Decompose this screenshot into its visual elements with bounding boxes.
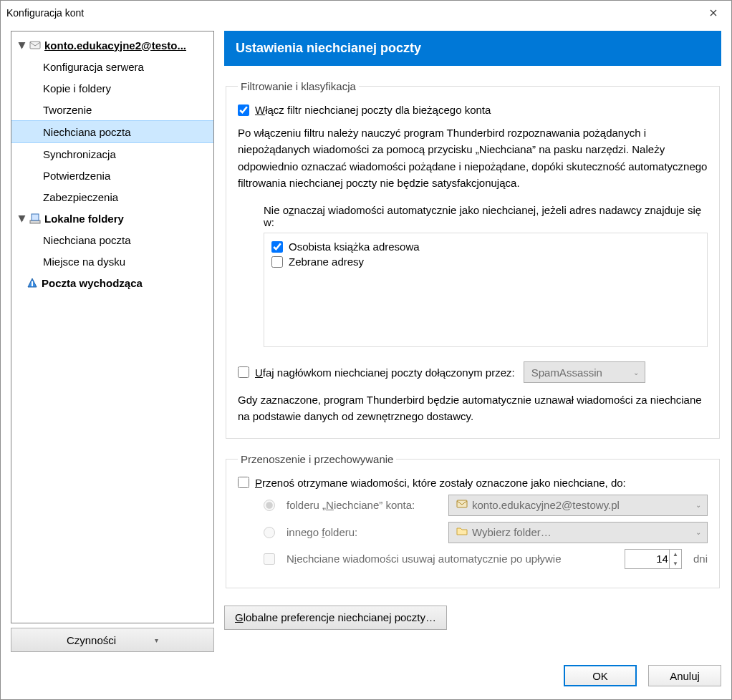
trust-headers-input[interactable] [238, 366, 249, 378]
actions-button[interactable]: Czynności ▾ [11, 628, 214, 652]
svg-rect-0 [30, 42, 40, 49]
auto-delete-label: Niechciane wiadomości usuwaj automatyczn… [286, 553, 613, 565]
auto-delete-checkbox[interactable] [264, 553, 275, 565]
dropdown-caret-icon: ⌄ [695, 501, 701, 509]
local-folders-label: Lokalne foldery [44, 213, 124, 225]
dropdown-caret-icon: ⌄ [695, 528, 701, 536]
page-title: Ustawienia niechcianej poczty [224, 31, 721, 66]
tree-item-local-junk[interactable]: Niechciana poczta [11, 229, 213, 251]
folder-icon [456, 525, 468, 539]
trust-headers-row: Ufaj nagłówkom niechcianej poczty dołącz… [238, 361, 708, 383]
mail-account-icon [456, 498, 468, 512]
main-panel: Ustawienia niechcianej poczty Filtrowani… [224, 31, 721, 652]
addressbook-personal-input[interactable] [271, 241, 283, 253]
destination-group: Przenoszenie i przechowywanie Przenoś ot… [226, 453, 720, 588]
whitelist-section: Nie oznaczaj wiadomości automatycznie ja… [238, 204, 708, 347]
number-spinner[interactable]: ▲▼ [669, 550, 681, 568]
auto-delete-row: Niechciane wiadomości usuwaj automatyczn… [238, 549, 708, 569]
move-junk-input[interactable] [238, 477, 249, 488]
tree-item-disk-space[interactable]: Miejsce na dysku [11, 251, 213, 272]
dialog-footer: OK Anuluj [1, 652, 731, 699]
close-button[interactable] [701, 4, 726, 22]
tree-item-server[interactable]: Konfiguracja serwera [11, 56, 213, 77]
chevron-down-icon[interactable]: ⯆ [17, 41, 26, 49]
move-junk-checkbox[interactable]: Przenoś otrzymane wiadomości, które zost… [238, 477, 708, 489]
addressbook-collected-input[interactable] [271, 256, 283, 268]
outgoing-node[interactable]: Poczta wychodząca [11, 272, 213, 293]
tree-item-receipts[interactable]: Potwierdzenia [11, 165, 213, 186]
junk-folder-label: folderu „Niechciane” konta: [286, 499, 437, 511]
tree-item-copies[interactable]: Kopie i foldery [11, 77, 213, 99]
trust-provider-select[interactable]: SpamAssassin ⌄ [524, 361, 645, 383]
account-tree[interactable]: ⯆ konto.edukacyjne2@testo... Konfiguracj… [11, 31, 214, 623]
outgoing-icon [26, 277, 39, 288]
svg-rect-3 [457, 500, 467, 507]
enable-junk-filter-input[interactable] [238, 104, 249, 116]
tree-item-compose[interactable]: Tworzenie [11, 99, 213, 120]
svg-rect-1 [30, 220, 40, 223]
chevron-down-icon[interactable]: ⯆ [17, 214, 26, 223]
cancel-button[interactable]: Anuluj [648, 665, 721, 686]
addressbook-collected[interactable]: Zebrane adresy [271, 256, 700, 268]
other-folder-label: innego folderu: [286, 526, 437, 538]
global-junk-prefs-button[interactable]: Globalne preferencje niechcianej poczty… [224, 606, 447, 630]
filter-description: Po włączeniu filtru należy nauczyć progr… [238, 125, 708, 191]
enable-junk-filter-checkbox[interactable]: Włącz filtr niechcianej poczty dla bieżą… [238, 104, 708, 116]
tree-item-sync[interactable]: Synchronizacja [11, 143, 213, 165]
dropdown-caret-icon: ⌄ [633, 369, 639, 376]
days-unit: dni [693, 553, 708, 565]
local-folders-icon [29, 213, 42, 224]
addressbook-personal[interactable]: Osobista książka adresowa [271, 240, 700, 253]
account-settings-dialog: Konfiguracja kont ⯆ konto.edukacyjne2@te… [0, 0, 732, 700]
outgoing-label: Poczta wychodząca [42, 277, 143, 289]
junk-folder-radio[interactable] [264, 500, 275, 511]
days-number-field[interactable]: 14 ▲▼ [625, 549, 682, 569]
trust-headers-checkbox[interactable]: Ufaj nagłówkom niechcianej poczty dołącz… [238, 366, 515, 379]
account-label: konto.edukacyjne2@testo... [44, 39, 186, 52]
other-folder-radio[interactable] [264, 527, 275, 538]
junk-account-select[interactable]: konto.edukacyjne2@testowy.pl ⌄ [448, 495, 708, 516]
tree-item-junk[interactable]: Niechciana poczta [11, 120, 213, 143]
close-icon [710, 6, 717, 19]
svg-rect-2 [32, 214, 39, 220]
spin-down-icon[interactable]: ▼ [670, 559, 681, 568]
address-book-list[interactable]: Osobista książka adresowa Zebrane adresy [264, 233, 708, 347]
dropdown-caret-icon: ▾ [155, 636, 158, 644]
account-node[interactable]: ⯆ konto.edukacyjne2@testo... [11, 34, 213, 56]
spin-up-icon[interactable]: ▲ [670, 550, 681, 559]
tree-item-security[interactable]: Zabezpieczenia [11, 186, 213, 208]
local-folders-node[interactable]: ⯆ Lokalne foldery [11, 208, 213, 229]
trust-description: Gdy zaznaczone, program Thunderbird będz… [238, 392, 708, 425]
filtering-legend: Filtrowanie i klasyfikacja [238, 80, 359, 92]
junk-folder-radio-row: folderu „Niechciane” konta: konto.edukac… [238, 495, 708, 516]
destination-legend: Przenoszenie i przechowywanie [238, 453, 396, 465]
titlebar: Konfiguracja kont [1, 1, 731, 25]
other-folder-select[interactable]: Wybierz folder… ⌄ [448, 522, 708, 543]
sidebar: ⯆ konto.edukacyjne2@testo... Konfiguracj… [11, 31, 214, 652]
ok-button[interactable]: OK [564, 665, 637, 686]
filtering-group: Filtrowanie i klasyfikacja Włącz filtr n… [226, 80, 720, 439]
whitelist-label: Nie oznaczaj wiadomości automatycznie ja… [264, 204, 708, 228]
other-folder-radio-row: innego folderu: Wybierz folder… ⌄ [238, 522, 708, 543]
window-title: Konfiguracja kont [6, 7, 701, 19]
mail-account-icon [29, 39, 42, 51]
